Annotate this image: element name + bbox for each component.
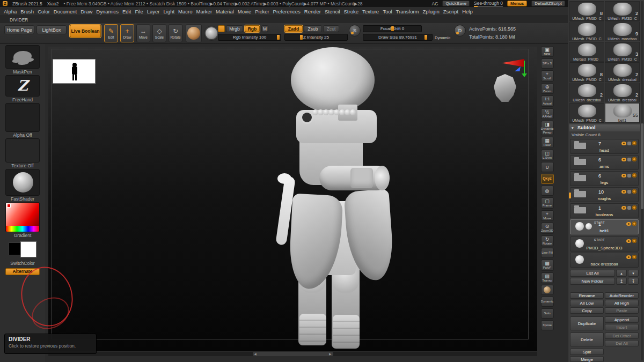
menu-texture[interactable]: Texture: [362, 9, 379, 14]
append-button[interactable]: Append: [605, 316, 639, 323]
menu-alpha[interactable]: Alpha: [4, 9, 17, 14]
tool-thumbnail[interactable]: 8UMesh_PM3D_C: [569, 62, 604, 82]
switch-color[interactable]: SwitchColor: [5, 239, 40, 267]
transparency-button[interactable]: ▨Transp: [541, 272, 554, 284]
eye-icon[interactable]: [626, 239, 631, 243]
all-high-button[interactable]: All High: [605, 300, 639, 306]
brush-selector[interactable]: MaskPen: [5, 45, 40, 75]
menu-brush[interactable]: Brush: [20, 9, 34, 14]
floor-button[interactable]: ▦Floor: [541, 137, 554, 148]
draw-mode-button[interactable]: + Draw: [120, 24, 134, 42]
all-low-button[interactable]: All Low: [570, 300, 604, 306]
home-page-button[interactable]: Home Page: [4, 25, 34, 34]
alternate-control[interactable]: Alternate: [5, 268, 40, 275]
zoom3d-button[interactable]: ⊙Zoom3D: [541, 223, 554, 234]
material-thumbnail[interactable]: [5, 169, 40, 196]
bpr-button[interactable]: ▣BPR: [541, 46, 554, 57]
brush-thumbnail[interactable]: [5, 45, 40, 69]
menu-picker[interactable]: Picker: [255, 9, 269, 14]
rgb-intensity-slider[interactable]: Rgb Intensity 100: [218, 34, 281, 41]
tool-thumbnail[interactable]: Merged_PM3D_: [569, 42, 604, 62]
dynamic-label[interactable]: Dynamic: [435, 35, 450, 40]
tool-thumbnail[interactable]: UMesh_PM3D_C: [569, 103, 604, 123]
lamp-button[interactable]: ◍: [541, 186, 554, 196]
eye-icon[interactable]: [626, 255, 631, 259]
zoom-button[interactable]: ⊕Zoom: [541, 83, 554, 94]
menus-button[interactable]: Menus: [507, 1, 527, 6]
material-selector[interactable]: FastShader: [5, 169, 40, 202]
magnet-button[interactable]: ∪: [541, 162, 554, 172]
scroll-button[interactable]: +Scroll: [541, 70, 554, 82]
scroll-left-icon[interactable]: [254, 352, 257, 356]
local-symmetry-button[interactable]: ◫L.Sym: [541, 150, 554, 161]
eye-icon[interactable]: [621, 190, 626, 194]
eye-icon[interactable]: [621, 142, 626, 145]
move-up-button[interactable]: [616, 270, 627, 277]
menu-tool[interactable]: Tool: [383, 9, 392, 14]
scale-mode-button[interactable]: ◇ Scale: [152, 24, 166, 42]
material-picker-button[interactable]: [186, 24, 202, 42]
solo-button[interactable]: Solo: [541, 308, 554, 319]
gear-icon[interactable]: [632, 255, 636, 259]
tool-thumbnail[interactable]: 9UMesh_mascboo: [605, 21, 640, 41]
ghost-material-button[interactable]: [541, 285, 554, 295]
tool-thumbnail[interactable]: 3UMesh_PM3D_C: [605, 42, 640, 62]
duplicate-button[interactable]: Duplicate: [570, 316, 604, 330]
gradient-picker[interactable]: [5, 202, 40, 232]
subtool-row-head[interactable]: 7 head: [570, 139, 639, 154]
menu-zscript[interactable]: Zscript: [443, 9, 459, 14]
tool-thumbnail[interactable]: 2UMesh_dressbal: [569, 83, 604, 102]
polypaint-icon[interactable]: [627, 142, 631, 145]
rename-button[interactable]: Rename: [570, 292, 604, 299]
slider-handle[interactable]: [277, 35, 280, 40]
viewport-canvas[interactable]: [48, 47, 537, 351]
shift-up-button[interactable]: [616, 278, 627, 285]
menu-light[interactable]: Light: [163, 9, 174, 14]
tool-thumbnail-selected[interactable]: 55belt1: [605, 103, 640, 123]
subtool-header[interactable]: ▾Subtool: [569, 124, 640, 131]
eye-icon[interactable]: [621, 174, 626, 178]
z-intensity-slider[interactable]: Z Intensity 25: [284, 34, 348, 41]
zsub-button[interactable]: Zsub: [304, 25, 322, 32]
axis-z-arrow-icon[interactable]: [515, 67, 521, 71]
subtool-row-legs[interactable]: 6 legs: [570, 171, 639, 186]
default-zscript-button[interactable]: DefaultZScript: [531, 1, 565, 6]
primary-color-swatch[interactable]: [20, 241, 36, 257]
axis-x-arrow-icon[interactable]: [502, 59, 524, 67]
canvas-scrollbar-thumb[interactable]: [253, 352, 333, 356]
menu-edit[interactable]: Edit: [122, 9, 131, 14]
shift-down-button[interactable]: [628, 278, 639, 285]
spix-slider[interactable]: SPix 3: [541, 58, 554, 69]
polypaint-icon[interactable]: [627, 174, 631, 178]
tool-thumbnail[interactable]: 8UMesh_PM3D_C: [569, 1, 604, 21]
move-mode-button[interactable]: ↔ Move: [136, 24, 150, 42]
menu-marker[interactable]: Marker: [196, 9, 213, 14]
eye-icon[interactable]: [621, 158, 626, 161]
menu-help[interactable]: Help: [462, 9, 473, 14]
gear-icon[interactable]: [632, 221, 636, 226]
tool-thumbnail[interactable]: UMesh_PM3D_C: [569, 21, 604, 41]
hue-bar[interactable]: [6, 226, 39, 232]
subtool-row-back-dressball[interactable]: back dressball: [570, 253, 639, 268]
alpha-thumbnail[interactable]: [5, 103, 40, 132]
draw-size-slider[interactable]: Draw Size 89.76931: [363, 34, 433, 41]
menu-material[interactable]: Material: [216, 9, 234, 14]
tool-thumbnail[interactable]: 2UMesh_dressbal: [605, 83, 640, 102]
zcut-button[interactable]: Zcut: [323, 25, 339, 32]
actual-button[interactable]: 1:1Actual: [541, 95, 554, 107]
menu-preferences[interactable]: Preferences: [273, 9, 301, 14]
menu-file[interactable]: File: [135, 9, 143, 14]
rotate-mode-button[interactable]: ↻ Rotate: [169, 24, 182, 42]
stroke-selector[interactable]: Z FreeHand: [5, 75, 40, 103]
gear-icon[interactable]: [632, 205, 636, 210]
saturation-square[interactable]: [6, 203, 39, 226]
edit-mode-button[interactable]: ✎ Edit: [104, 24, 118, 42]
merge-button[interactable]: Merge: [570, 356, 604, 362]
subtool-row-pm3d-sphere[interactable]: START PM3D_Sphere3D3: [570, 237, 639, 252]
list-all-button[interactable]: List All: [570, 270, 615, 277]
canvas-scrollbar-track[interactable]: [48, 352, 537, 356]
aahalf-button[interactable]: ½AAHalf: [541, 108, 554, 120]
eye-icon[interactable]: [626, 222, 631, 226]
dynamic-subdiv-button[interactable]: Dynamic: [541, 297, 554, 307]
menu-document[interactable]: Document: [54, 9, 77, 14]
